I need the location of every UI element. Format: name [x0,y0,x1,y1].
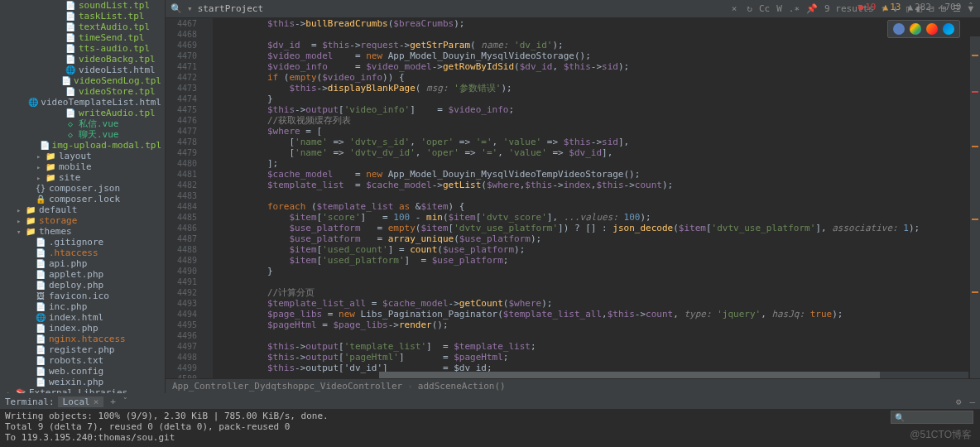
error-count[interactable]: ● 19 [858,2,877,12]
search-dropdown-icon[interactable]: ▾ [187,3,193,14]
tree-item[interactable]: 📄textAudio.tpl [3,22,165,32]
word-toggle[interactable]: W [775,2,784,16]
terminal-dropdown-icon[interactable]: ˇ [122,397,128,407]
error-stripe[interactable] [970,36,980,378]
tree-item[interactable]: 📄deploy.php [3,280,165,291]
tree-item[interactable]: ▸📁storage [3,215,165,226]
editor-area: 🔍 ▾ startProject × ↻ Cc W .∗ 📌 9 results… [166,0,980,393]
close-tab-icon[interactable]: × [94,397,99,407]
tree-item[interactable]: 📄timeSend.tpl [3,32,165,43]
tree-item[interactable]: ▸📁layout [3,151,165,161]
tree-item[interactable]: 📄soundList.tpl [3,0,165,11]
tree-item[interactable]: ◇聊天.vue [3,129,165,140]
tree-item[interactable]: ▸📁site [3,172,165,183]
minimize-terminal-icon[interactable]: — [969,397,975,407]
firefox-icon[interactable] [926,23,938,35]
regex-toggle[interactable]: .∗ [787,2,801,16]
tree-item[interactable]: 📄web.config [3,366,165,377]
tree-item[interactable]: 📄videoStore.tpl [3,86,165,97]
tree-item[interactable]: 📄weixin.php [3,377,165,387]
code-content[interactable]: $this->bullBreadCrumbs($breaCrumbs); $dv… [214,18,980,378]
warning-count[interactable]: ▲ 13 [883,2,901,12]
search-query[interactable]: startProject [198,3,263,14]
tree-item[interactable]: {}composer.json [3,183,165,194]
weak-warning-count[interactable]: ▲ 282 [907,2,931,12]
line-gutter[interactable]: 4467446844694470447144724473447444754476… [166,18,205,378]
tree-item[interactable]: 📄taskList.tpl [3,11,165,22]
terminal-body[interactable]: Writing objects: 100% (9/9), 2.30 KiB | … [0,409,980,447]
watermark: @51CTO博客 [910,428,972,442]
terminal-tab-local[interactable]: Local× [58,397,104,407]
tree-item[interactable]: 📄nginx.htaccess [3,334,165,344]
tree-item[interactable]: 📄inc.php [3,301,165,312]
tree-item[interactable]: ▸📁default [3,204,165,215]
tree-item[interactable]: 🔒composer.lock [3,194,165,204]
prev-occurrence-icon[interactable]: ↻ [745,2,754,16]
tree-item[interactable]: 🌐videoTemplateList.html [3,97,165,108]
tree-item[interactable]: 📄videoSendLog.tpl [3,75,165,86]
terminal-label: Terminal: [5,397,55,407]
search-icon: 🔍 [171,3,182,14]
browser-globe-icon[interactable] [893,23,905,35]
tree-item[interactable]: 📄.htaccess [3,248,165,258]
typo-count[interactable]: ✓ 709 [938,2,962,12]
tree-item[interactable]: 📄api.php [3,258,165,269]
inspection-stats: ● 19 ▲ 13 ▲ 282 ✓ 709 ˆ [858,2,973,12]
tree-item[interactable]: 🖼favicon.ico [3,291,165,301]
terminal-tabs: Terminal: Local× + ˇ ⚙ — [0,394,980,409]
browser-open-icons [887,20,960,38]
tree-item[interactable]: 📄applet.php [3,269,165,280]
edge-icon[interactable] [943,23,954,35]
tree-item[interactable]: ▸📚External Libraries [3,387,165,393]
chrome-icon[interactable] [910,23,921,35]
tree-item[interactable]: 📄index.php [3,323,165,334]
breadcrumb: App_Controller_Dydqtshoppc_VideoControll… [166,378,980,393]
tree-item[interactable]: 📄.gitignore [3,237,165,248]
tree-item[interactable]: ▸📁mobile [3,161,165,172]
tree-item[interactable]: 📄register.php [3,344,165,355]
terminal-settings-icon[interactable]: ⚙ [956,397,962,407]
pin-icon[interactable]: 📌 [805,2,819,16]
terminal-panel: Terminal: Local× + ˇ ⚙ — Writing objects… [0,393,980,447]
chevron-up-icon[interactable]: ˆ [968,2,973,12]
project-explorer[interactable]: 📄soundList.tpl📄taskList.tpl📄textAudio.tp… [0,0,166,393]
tree-item[interactable]: 🌐videoList.html [3,65,165,75]
tree-item[interactable]: 📄videoBackg.tpl [3,54,165,65]
case-toggle[interactable]: Cc [757,2,771,16]
search-icon: 🔍 [895,412,905,423]
breadcrumb-class[interactable]: App_Controller_Dydqtshoppc_VideoControll… [172,381,402,392]
breadcrumb-sep: › [407,381,413,392]
tree-item[interactable]: 📄img-upload-modal.tpl [3,140,165,151]
tree-item[interactable]: ▾📁themes [3,226,165,237]
horizontal-scrollbar[interactable] [379,372,968,378]
tree-item[interactable]: 🌐index.html [3,312,165,323]
tree-item[interactable]: 📄robots.txt [3,355,165,366]
add-terminal-icon[interactable]: + [107,397,119,407]
tree-item[interactable]: 📄tts-audio.tpl [3,43,165,54]
terminal-search[interactable]: 🔍 [891,411,973,424]
fold-column[interactable] [205,18,214,378]
breadcrumb-method[interactable]: addSceneAction() [418,381,506,392]
close-search-icon[interactable]: × [728,3,741,14]
